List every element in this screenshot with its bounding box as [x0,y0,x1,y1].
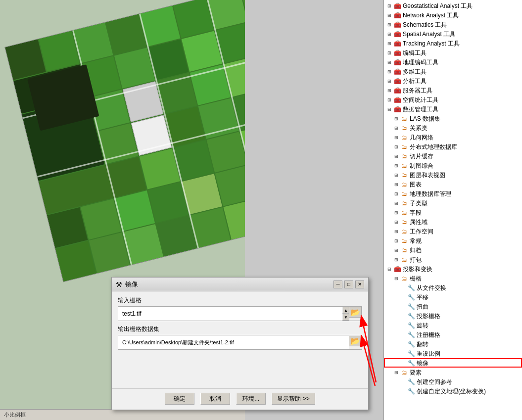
tree-item-warp[interactable]: ⊞ 🔧 扭曲 [384,302,522,311]
toolbox-icon: 🧰 [393,21,401,29]
toolset-icon: 🗂 [400,275,408,282]
tool-icon: 🔧 [407,322,415,329]
tree-item-mirror[interactable]: ⊞ 🔧 镜像 [384,358,522,368]
input-raster-field[interactable] [120,308,340,319]
toolbox-icon: 🧰 [393,58,401,66]
toolset-icon: 🗂 [400,190,408,198]
item-label: 制图综合 [410,161,433,170]
help-button[interactable]: 显示帮助 >> [272,393,315,405]
tree-item-spatial-ref[interactable]: ⊞ 🔧 创建空间参考 [384,377,522,386]
tree-item-charts[interactable]: ⊞ 🗂 图表 [384,180,522,189]
item-label: Network Analyst 工具 [403,11,459,20]
minimize-button[interactable]: ─ [333,280,342,288]
item-label: Geostatistical Analyst 工具 [403,1,473,10]
toolset-icon: 🗂 [400,246,408,254]
toolset-icon: 🗂 [400,369,408,376]
tree-item-domains[interactable]: ⊞ 🗂 属性域 [384,217,522,227]
tree-item-archive[interactable]: ⊞ 🗂 归档 [384,245,522,255]
tree-item-spatial[interactable]: ⊞ 🧰 Spatial Analyst 工具 [384,29,522,39]
item-label: 图层和表视图 [410,171,445,180]
tree-item-proj-transform[interactable]: ⊟ 🧰 投影和变换 [384,264,522,274]
tool-icon: 🔧 [407,359,415,367]
toolset-icon: 🗂 [400,134,408,141]
tree-item-general[interactable]: ⊞ 🗂 常规 [384,236,522,245]
tree-item-rotate[interactable]: ⊞ 🔧 旋转 [384,321,522,330]
tree-item-flat[interactable]: ⊞ 🔧 平移 [384,292,522,302]
tree-item-rescale[interactable]: ⊞ 🔧 重设比例 [384,349,522,358]
tree-item-data-mgmt[interactable]: ⊟ 🧰 数据管理工具 [384,104,522,114]
item-label: 服务器工具 [403,86,432,95]
tree-item-features[interactable]: ⊞ 🗂 要素 [384,368,522,377]
tree-item-multidim[interactable]: ⊞ 🧰 多维工具 [384,67,522,76]
tree-item-network[interactable]: ⊞ 🧰 Network Analyst 工具 [384,10,522,20]
expand-icon: ⊞ [393,134,400,141]
tree-item-tracking[interactable]: ⊞ 🧰 Tracking Analyst 工具 [384,39,522,48]
tree-item-raster-tiles[interactable]: ⊞ 🗂 切片缓存 [384,151,522,161]
tree-item-geostatistical[interactable]: ⊞ 🧰 Geostatistical Analyst 工具 [384,1,522,10]
tree-item-geocode[interactable]: ⊞ 🧰 地理编码工具 [384,57,522,67]
expand-icon: ⊞ [386,87,393,94]
dialog-body: 输入栅格 ▲ ▼ 📂 [112,291,368,388]
item-label: Schematics 工具 [403,20,447,29]
expand-icon: ⊞ [386,68,393,75]
tree-item-cartography[interactable]: ⊞ 🗂 制图综合 [384,161,522,170]
cancel-button[interactable]: 取消 [200,393,230,405]
tool-icon: 🔧 [407,340,415,348]
tree-item-geodatabase[interactable]: ⊞ 🗂 地理数据库管理 [384,189,522,198]
tree-item-custom-geo[interactable]: ⊞ 🔧 创建自定义地理(坐标变换) [384,386,522,396]
dialog-title-icon: ⚒ [116,280,122,288]
tree-item-las[interactable]: ⊞ 🗂 LAS 数据集 [384,114,522,123]
tree-item-analysis[interactable]: ⊞ 🧰 分析工具 [384,76,522,86]
item-label: 字段 [410,208,422,217]
tree-item-layers[interactable]: ⊞ 🗂 图层和表视图 [384,170,522,180]
tree-item-package[interactable]: ⊞ 🗂 打包 [384,255,522,264]
tree-item-register[interactable]: ⊞ 🔧 注册栅格 [384,330,522,339]
tool-icon: 🔧 [407,387,415,395]
close-button[interactable]: ✕ [355,280,364,288]
output-dataset-label: 输出栅格数据集 [118,325,362,333]
tree-item-distributed[interactable]: ⊞ 🗂 分布式地理数据库 [384,142,522,151]
empty-space [118,354,362,383]
tree-item-spatial-stat[interactable]: ⊞ 🧰 空间统计工具 [384,95,522,104]
scroll-down-arrow[interactable]: ▼ [342,314,349,321]
expand-icon: ⊞ [393,172,400,179]
env-button[interactable]: 环境... [236,393,266,405]
item-label: 地理数据库管理 [410,189,451,198]
toolset-icon: 🗂 [400,237,408,245]
toolset-icon: 🗂 [400,181,408,188]
ok-button[interactable]: 确定 [165,393,194,405]
dialog-titlebar: ⚒ 镜像 ─ □ ✕ [112,278,368,291]
tree-item-raster-group[interactable]: ⊟ 🗂 栅格 [384,274,522,283]
output-dataset-browse-button[interactable]: 📂 [349,335,362,346]
tree-item-edit[interactable]: ⊞ 🧰 编辑工具 [384,48,522,57]
expand-icon: ⊞ [393,369,400,376]
output-dataset-field[interactable] [120,337,347,348]
tree-item-schematics[interactable]: ⊞ 🧰 Schematics 工具 [384,20,522,29]
scroll-up-arrow[interactable]: ▲ [342,307,349,314]
toolset-icon: 🗂 [400,199,408,207]
tree-item-fields[interactable]: ⊞ 🗂 字段 [384,208,522,217]
expand-icon: ⊞ [393,209,400,216]
expand-icon: ⊞ [393,190,400,197]
input-raster-browse-button[interactable]: 📂 [349,307,362,318]
tree-item-file-transform[interactable]: ⊞ 🔧 从文件变换 [384,283,522,292]
tree-item-workspace[interactable]: ⊞ 🗂 工作空间 [384,227,522,236]
tree-item-project-raster[interactable]: ⊞ 🔧 投影栅格 [384,311,522,321]
tree-item-geomnet[interactable]: ⊞ 🗂 几何网络 [384,133,522,142]
input-raster-label: 输入栅格 [118,296,362,305]
toolset-icon: 🗂 [400,124,408,132]
maximize-button[interactable]: □ [344,280,353,288]
item-label: 从文件变换 [417,283,446,292]
expand-icon: ⊞ [393,219,400,226]
item-label: 常规 [410,236,422,245]
item-label: 镜像 [417,359,428,368]
tree-item-server[interactable]: ⊞ 🧰 服务器工具 [384,86,522,95]
tool-icon: 🔧 [407,303,415,311]
tree-item-subtypes[interactable]: ⊞ 🗂 子类型 [384,198,522,208]
expand-icon: ⊞ [386,31,393,38]
tree-item-relations[interactable]: ⊞ 🗂 关系类 [384,123,522,133]
item-label: 旋转 [417,321,428,330]
dialog-title: 镜像 [125,280,333,289]
tree-item-flip[interactable]: ⊞ 🔧 翻转 [384,339,522,349]
tool-icon: 🔧 [407,331,415,339]
